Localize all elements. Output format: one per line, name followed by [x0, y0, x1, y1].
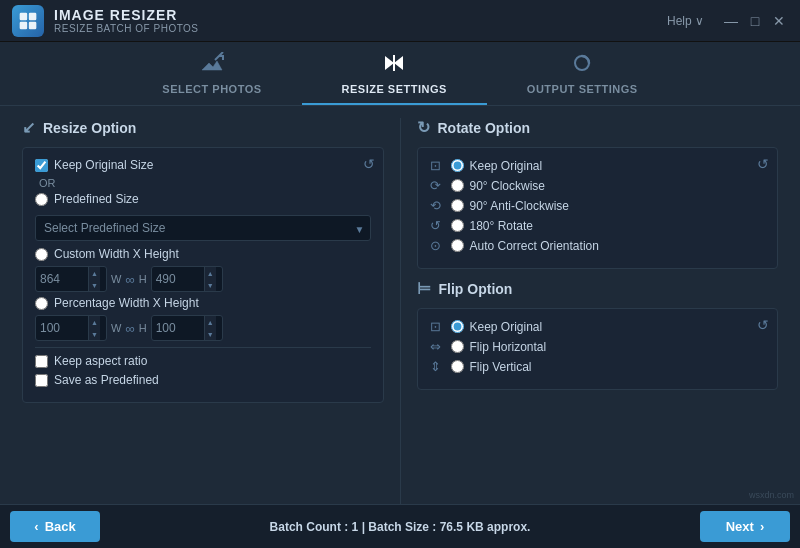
percent-width-input[interactable]: [36, 319, 88, 337]
predefined-label[interactable]: Predefined Size: [54, 192, 139, 206]
percent-width-down[interactable]: ▼: [89, 328, 100, 340]
next-chevron-icon: ›: [760, 519, 764, 534]
resize-icon: ↙: [22, 118, 35, 137]
watermark: wsxdn.com: [749, 490, 794, 500]
percent-width-wrap: ▲ ▼: [35, 315, 107, 341]
batch-count-label: Batch Count :: [270, 520, 349, 534]
rotate-180-row: ↺ 180° Rotate: [430, 218, 766, 233]
save-predefined-label[interactable]: Save as Predefined: [54, 373, 159, 387]
tab-select-photos[interactable]: SELECT PHOTOS: [122, 42, 301, 105]
tab-resize-settings-label: RESIZE SETTINGS: [342, 83, 447, 95]
percent-height-input[interactable]: [152, 319, 204, 337]
footer: ‹ Back Batch Count : 1 | Batch Size : 76…: [0, 504, 800, 548]
rotate-90acw-label: 90° Anti-Clockwise: [470, 199, 570, 213]
width-input[interactable]: [36, 270, 88, 288]
custom-dim-row: ▲ ▼ W ∞ H ▲ ▼: [35, 266, 371, 292]
output-settings-icon: [569, 52, 595, 80]
infinity-icon: ∞: [125, 272, 134, 287]
percent-w-label: W: [111, 322, 121, 334]
maximize-button[interactable]: □: [746, 12, 764, 30]
keep-original-checkbox[interactable]: [35, 159, 48, 172]
flip-vertical-icon: ⇕: [430, 359, 441, 374]
rotate-180-label: 180° Rotate: [470, 219, 534, 233]
rotate-90cw-row: ⟳ 90° Clockwise: [430, 178, 766, 193]
select-photos-icon: [199, 52, 225, 80]
svg-rect-1: [29, 12, 37, 20]
predefined-radio[interactable]: [35, 193, 48, 206]
percent-width-up[interactable]: ▲: [89, 316, 100, 328]
flip-option-title: ⊨ Flip Option: [417, 279, 779, 298]
batch-count-value: 1: [352, 520, 359, 534]
flip-horizontal-row: ⇔ Flip Horizontal: [430, 339, 766, 354]
width-down-button[interactable]: ▼: [89, 279, 100, 291]
flip-keep-icon: ⊡: [430, 319, 441, 334]
flip-keep-original-row: ⊡ Keep Original: [430, 319, 766, 334]
keep-original-label[interactable]: Keep Original Size: [54, 158, 153, 172]
svg-rect-0: [20, 12, 28, 20]
custom-size-label[interactable]: Custom Width X Height: [54, 247, 179, 261]
svg-marker-4: [385, 56, 394, 70]
rotate-reset-button[interactable]: ↺: [757, 156, 769, 172]
back-chevron-icon: ‹: [34, 519, 38, 534]
tab-output-settings[interactable]: OUTPUT SETTINGS: [487, 42, 678, 105]
height-down-button[interactable]: ▼: [205, 279, 216, 291]
rotate-option-title: ↻ Rotate Option: [417, 118, 779, 137]
percentage-dim-row: ▲ ▼ W ∞ H ▲ ▼: [35, 315, 371, 341]
flip-section: ⊨ Flip Option ↺ ⊡ Keep Original ⇔ Flip H…: [417, 279, 779, 390]
rotate-keep-icon: ⊡: [430, 158, 441, 173]
keep-aspect-row: Keep aspect ratio: [35, 354, 371, 368]
keep-aspect-checkbox[interactable]: [35, 355, 48, 368]
keep-aspect-label[interactable]: Keep aspect ratio: [54, 354, 147, 368]
tab-resize-settings[interactable]: RESIZE SETTINGS: [302, 42, 487, 105]
rotate-auto-icon: ⊙: [430, 238, 441, 253]
help-button[interactable]: Help ∨: [667, 14, 704, 28]
rotate-section: ↻ Rotate Option ↺ ⊡ Keep Original ⟳ 90° …: [417, 118, 779, 269]
batch-size-value: 76.5 KB approx.: [440, 520, 531, 534]
percentage-label[interactable]: Percentage Width X Height: [54, 296, 199, 310]
flip-keep-original-label: Keep Original: [470, 320, 543, 334]
rotate-180-icon: ↺: [430, 218, 441, 233]
app-title-block: IMAGE RESIZER RESIZE BATCH OF PHOTOS: [54, 7, 667, 34]
svg-rect-2: [20, 21, 28, 29]
width-input-wrap: ▲ ▼: [35, 266, 107, 292]
rotate-auto-radio[interactable]: [451, 239, 464, 252]
resize-reset-button[interactable]: ↺: [363, 156, 375, 172]
percent-height-up[interactable]: ▲: [205, 316, 216, 328]
or-label: OR: [39, 177, 371, 189]
predefined-select[interactable]: Select Predefined Size: [35, 215, 371, 241]
flip-horizontal-radio[interactable]: [451, 340, 464, 353]
save-predefined-checkbox[interactable]: [35, 374, 48, 387]
rotate-keep-original-radio[interactable]: [451, 159, 464, 172]
percent-height-spinner: ▲ ▼: [204, 316, 216, 340]
width-up-button[interactable]: ▲: [89, 267, 100, 279]
app-title: IMAGE RESIZER: [54, 7, 667, 23]
rotate-90acw-radio[interactable]: [451, 199, 464, 212]
custom-size-row: Custom Width X Height: [35, 247, 371, 261]
height-up-button[interactable]: ▲: [205, 267, 216, 279]
rotate-auto-label: Auto Correct Orientation: [470, 239, 599, 253]
main-content: ↙ Resize Option ↺ Keep Original Size OR …: [0, 106, 800, 526]
custom-size-radio[interactable]: [35, 248, 48, 261]
resize-options-box: ↺ Keep Original Size OR Predefined Size …: [22, 147, 384, 403]
height-input[interactable]: [152, 270, 204, 288]
back-button[interactable]: ‹ Back: [10, 511, 100, 542]
flip-vertical-radio[interactable]: [451, 360, 464, 373]
flip-horizontal-icon: ⇔: [430, 339, 441, 354]
percent-infinity-icon: ∞: [125, 321, 134, 336]
next-button[interactable]: Next ›: [700, 511, 790, 542]
percentage-radio[interactable]: [35, 297, 48, 310]
rotate-90cw-label: 90° Clockwise: [470, 179, 546, 193]
rotate-90cw-radio[interactable]: [451, 179, 464, 192]
close-button[interactable]: ✕: [770, 12, 788, 30]
flip-keep-original-radio[interactable]: [451, 320, 464, 333]
keep-original-row: Keep Original Size: [35, 158, 371, 172]
rotate-180-radio[interactable]: [451, 219, 464, 232]
minimize-button[interactable]: —: [722, 12, 740, 30]
flip-reset-button[interactable]: ↺: [757, 317, 769, 333]
flip-options-box: ↺ ⊡ Keep Original ⇔ Flip Horizontal ⇕ Fl…: [417, 308, 779, 390]
nav-tabs: SELECT PHOTOS RESIZE SETTINGS OUTPUT SET…: [0, 42, 800, 106]
height-input-wrap: ▲ ▼: [151, 266, 223, 292]
rotate-options-box: ↺ ⊡ Keep Original ⟳ 90° Clockwise ⟲ 90° …: [417, 147, 779, 269]
rotate-auto-row: ⊙ Auto Correct Orientation: [430, 238, 766, 253]
percent-height-down[interactable]: ▼: [205, 328, 216, 340]
